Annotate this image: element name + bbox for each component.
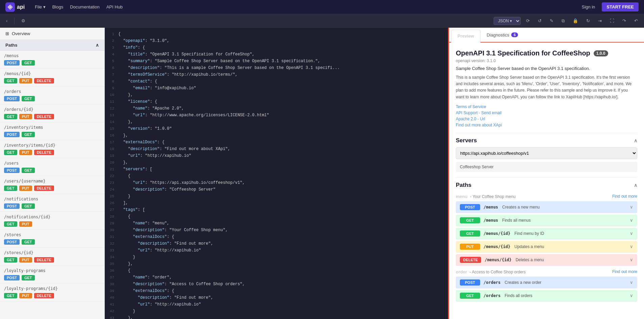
badge-get[interactable]: GET	[22, 96, 35, 101]
badge-post[interactable]: POST	[4, 239, 20, 245]
sync-button[interactable]: ⟳	[523, 17, 532, 25]
edit-button[interactable]: ✎	[547, 17, 556, 25]
badge-post[interactable]: POST	[4, 132, 20, 137]
fullscreen-button[interactable]: ⛶	[607, 17, 617, 25]
lock-button[interactable]: 🔒	[570, 17, 581, 25]
servers-select[interactable]: https://api.xapihub.io/coffeeshop/v1	[456, 147, 637, 159]
badge-get[interactable]: GET	[4, 114, 17, 119]
endpoint-row[interactable]: GET /menus Finds all menus ∨	[456, 215, 637, 226]
settings-button[interactable]: ⚙	[19, 17, 28, 25]
api-link[interactable]: Apache 2.0 - Url	[456, 117, 637, 121]
badge-delete[interactable]: DELETE	[34, 257, 54, 263]
badge-get[interactable]: GET	[22, 168, 35, 173]
line-number: 42	[105, 308, 118, 315]
badge-post[interactable]: POST	[4, 96, 20, 101]
badge-get[interactable]: GET	[22, 275, 35, 280]
format-select[interactable]: JSON ▾ YAML	[494, 17, 521, 25]
badge-delete[interactable]: DELETE	[34, 114, 54, 119]
undo-button[interactable]: ↶	[631, 17, 641, 25]
badge-put[interactable]: PUT	[19, 78, 32, 83]
tag-name: menu - Your Coffee Shop menu	[456, 194, 516, 199]
endpoint-row[interactable]: POST /menus Creates a new menu ∨	[456, 201, 637, 213]
badge-get[interactable]: GET	[22, 60, 35, 66]
badge-get[interactable]: GET	[4, 257, 17, 263]
api-links: Terms of ServiceAPI Support - Send email…	[456, 104, 637, 127]
sidebar: ⊞ Overview Paths ∧ /menusPOSTGET/menus/{…	[0, 28, 105, 319]
line-content: "externalDocs": {	[118, 139, 448, 146]
logo[interactable]: api	[5, 2, 25, 12]
toolbar: ‹ ⚙ JSON ▾ YAML ⟳ ↺ ✎ ⧉ 🔒 ↻ ⇥ ⛶ ↷ ↶	[0, 14, 644, 28]
badge-put[interactable]: PUT	[19, 150, 32, 155]
nav-file[interactable]: File ▾	[35, 4, 46, 9]
badge-post[interactable]: POST	[4, 203, 20, 209]
code-line: 36 {	[105, 268, 448, 274]
chevron-down-icon: ∨	[630, 244, 633, 249]
tab-preview[interactable]: Preview	[451, 30, 480, 43]
endpoint-row[interactable]: DELETE /menus/{id} Deletes a menu ∨	[456, 254, 637, 266]
badge-get[interactable]: GET	[22, 132, 35, 137]
sidebar-path-label: /users/{username}	[4, 179, 100, 183]
split-button[interactable]: ⇥	[595, 17, 604, 25]
line-number: 22	[105, 173, 118, 180]
badge-put[interactable]: PUT	[19, 293, 32, 298]
code-line: 34 }	[105, 254, 448, 261]
endpoint-row[interactable]: PUT /menus/{id} Updates a menu ∨	[456, 241, 637, 253]
badge-post[interactable]: POST	[4, 275, 20, 280]
badge-delete[interactable]: DELETE	[34, 150, 54, 155]
line-content: "url": "http://xapihub.io"	[118, 301, 448, 308]
line-content: {	[118, 214, 448, 220]
badge-post[interactable]: POST	[4, 168, 20, 173]
collapse-paths-icon[interactable]: ∧	[96, 43, 99, 48]
badge-put[interactable]: PUT	[19, 114, 32, 119]
servers-section-title: Servers ∧	[456, 133, 637, 144]
badge-get[interactable]: GET	[4, 78, 17, 83]
paths-collapse-icon[interactable]: ∧	[634, 182, 637, 188]
collapse-button[interactable]: ‹	[3, 17, 10, 25]
api-link[interactable]: Terms of Service	[456, 104, 637, 109]
badge-get[interactable]: GET	[4, 293, 17, 298]
code-line: 8 "contact": {	[105, 78, 448, 85]
endpoint-row[interactable]: GET /menus/{id} Find menu by ID ∨	[456, 228, 637, 240]
badge-delete[interactable]: DELETE	[34, 78, 54, 83]
nav-api-hub[interactable]: API Hub	[106, 4, 123, 9]
nav-documentation[interactable]: Documentation	[70, 4, 99, 9]
endpoint-desc: Updates a menu	[514, 244, 630, 249]
nav-blogs[interactable]: Blogs	[52, 4, 64, 9]
servers-collapse-icon[interactable]: ∧	[634, 138, 637, 143]
badge-delete[interactable]: DELETE	[34, 186, 54, 191]
endpoint-row[interactable]: GET /orders Finds all orders ∨	[456, 290, 637, 302]
code-editor[interactable]: 1{2 "openapi": "3.1.0",3 "info": {4 "tit…	[105, 28, 448, 319]
badge-get[interactable]: GET	[4, 221, 17, 227]
line-content: "info": {	[118, 45, 448, 51]
line-number: 24	[105, 187, 118, 193]
tab-diagnostics[interactable]: Diagnostics 6	[480, 28, 524, 42]
sidebar-path-label: /notifications/{id}	[4, 215, 100, 219]
refresh-button[interactable]: ↻	[584, 17, 593, 25]
sign-in-button[interactable]: Sign in	[582, 4, 595, 9]
api-link[interactable]: Find out more about XApi	[456, 123, 637, 127]
start-free-button[interactable]: START FREE	[602, 2, 639, 11]
forward-button[interactable]: ↷	[620, 17, 629, 25]
sync-arrow-button[interactable]: ↺	[535, 17, 544, 25]
line-number: 5	[105, 58, 118, 65]
badge-put[interactable]: PUT	[19, 257, 32, 263]
api-link[interactable]: API Support - Send email	[456, 111, 637, 115]
find-out-more-link[interactable]: Find out more	[612, 269, 637, 274]
badge-get[interactable]: GET	[4, 186, 17, 191]
method-pill-get: GET	[460, 230, 480, 237]
line-number: 13	[105, 112, 118, 119]
sidebar-overview[interactable]: ⊞ Overview	[0, 28, 104, 40]
badge-put[interactable]: PUT	[19, 186, 32, 191]
badge-delete[interactable]: DELETE	[34, 293, 54, 298]
api-description: This is a sample Coffee Shop Server base…	[456, 74, 637, 100]
line-content: {	[118, 173, 448, 180]
copy-button[interactable]: ⧉	[559, 17, 567, 25]
badge-put[interactable]: PUT	[19, 221, 32, 227]
find-out-more-link[interactable]: Find out more	[612, 194, 637, 199]
endpoint-row[interactable]: POST /orders Creates a new order ∨	[456, 277, 637, 289]
badge-get[interactable]: GET	[4, 150, 17, 155]
badge-get[interactable]: GET	[22, 203, 35, 209]
badge-get[interactable]: GET	[22, 239, 35, 245]
method-pill-get: GET	[460, 217, 480, 223]
badge-post[interactable]: POST	[4, 60, 20, 66]
